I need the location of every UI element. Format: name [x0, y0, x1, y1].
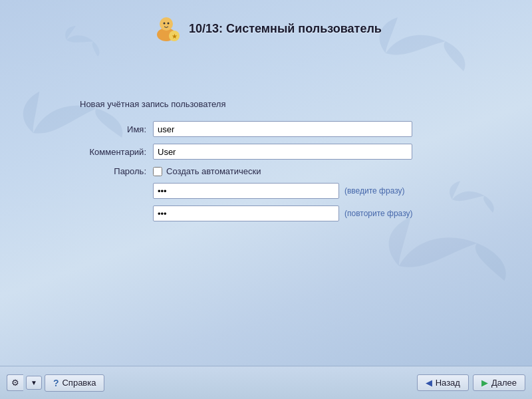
password2-hint: (повторите фразу) [344, 209, 413, 218]
password2-row: (повторите фразу) [80, 205, 452, 221]
footer: ⚙ ▼ ? Справка ◀ Назад ▶ Далее [0, 366, 532, 399]
comment-row: Комментарий: [80, 144, 452, 160]
help-icon: ? [53, 378, 59, 388]
back-label: Назад [436, 378, 460, 388]
back-button[interactable]: ◀ Назад [417, 374, 469, 391]
svg-point-3 [168, 23, 170, 25]
back-icon: ◀ [426, 378, 432, 388]
password1-input[interactable] [153, 183, 339, 199]
auto-create-text: Создать автоматически [166, 166, 261, 176]
options-dropdown[interactable]: ▼ [26, 376, 42, 390]
next-button[interactable]: ▶ Далее [473, 374, 525, 391]
comment-label: Комментарий: [80, 147, 153, 157]
auto-create-checkbox[interactable] [153, 167, 162, 176]
main-content: Новая учётная запись пользователя Имя: К… [40, 72, 492, 261]
password-checkbox-row: Пароль: Создать автоматически [80, 166, 452, 176]
name-input[interactable] [153, 121, 412, 137]
name-row: Имя: [80, 121, 452, 137]
next-icon: ▶ [481, 378, 488, 388]
svg-point-1 [160, 17, 173, 31]
footer-left: ⚙ ▼ ? Справка [7, 374, 104, 392]
header-icon: ★ [150, 12, 182, 46]
password2-input[interactable] [153, 205, 339, 221]
dropdown-arrow-icon: ▼ [31, 379, 37, 386]
page-title: 10/13: Системный пользователь [189, 22, 382, 36]
header: ★ 10/13: Системный пользователь [0, 0, 532, 53]
comment-input[interactable] [153, 144, 412, 160]
password-label: Пароль: [80, 166, 153, 176]
help-label: Справка [62, 378, 96, 388]
next-label: Далее [491, 378, 517, 388]
svg-text:★: ★ [172, 33, 178, 40]
options-button[interactable]: ⚙ [7, 374, 23, 391]
password1-row: (введите фразу) [80, 183, 452, 199]
footer-right: ◀ Назад ▶ Далее [417, 374, 525, 391]
form-container: Новая учётная запись пользователя Имя: К… [53, 86, 479, 248]
help-button[interactable]: ? Справка [45, 374, 105, 392]
svg-point-2 [164, 23, 166, 25]
name-label: Имя: [80, 124, 153, 134]
options-icon: ⚙ [11, 378, 19, 388]
auto-create-area: Создать автоматически [153, 166, 261, 176]
password1-hint: (введите фразу) [344, 186, 405, 196]
section-label: Новая учётная запись пользователя [80, 99, 452, 109]
